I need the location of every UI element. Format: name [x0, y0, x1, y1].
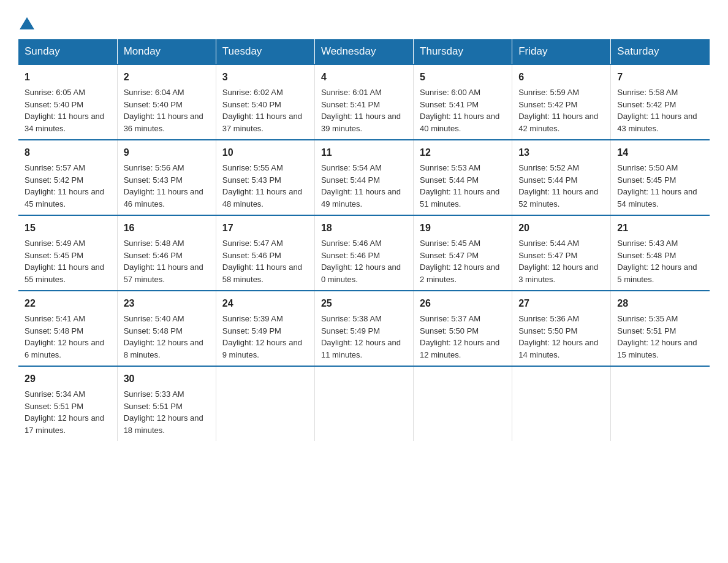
sunset-info: Sunset: 5:51 PM — [25, 400, 111, 413]
sunset-info: Sunset: 5:51 PM — [617, 325, 703, 337]
sunrise-info: Sunrise: 5:57 AM — [25, 162, 111, 174]
sunrise-info: Sunrise: 5:38 AM — [321, 313, 407, 325]
day-number: 2 — [124, 70, 210, 85]
calendar-cell: 19 Sunrise: 5:45 AM Sunset: 5:47 PM Dayl… — [414, 215, 512, 291]
sunset-info: Sunset: 5:42 PM — [25, 174, 111, 186]
sunrise-info: Sunrise: 5:58 AM — [617, 86, 703, 99]
daylight-info: Daylight: 12 hours and 6 minutes. — [25, 337, 111, 361]
daylight-info: Daylight: 12 hours and 8 minutes. — [124, 337, 210, 361]
day-number: 16 — [124, 221, 210, 236]
daylight-info: Daylight: 11 hours and 42 minutes. — [518, 110, 604, 134]
sunset-info: Sunset: 5:43 PM — [124, 174, 210, 186]
sunrise-info: Sunrise: 6:04 AM — [124, 86, 210, 99]
sunrise-info: Sunrise: 5:41 AM — [25, 313, 111, 325]
calendar-cell: 2 Sunrise: 6:04 AM Sunset: 5:40 PM Dayli… — [117, 64, 216, 140]
day-number: 28 — [617, 296, 703, 311]
weekday-header-row: SundayMondayTuesdayWednesdayThursdayFrid… — [18, 39, 710, 64]
day-number: 24 — [222, 296, 308, 311]
daylight-info: Daylight: 11 hours and 48 minutes. — [222, 186, 308, 210]
calendar-cell — [611, 366, 710, 441]
calendar-cell: 21 Sunrise: 5:43 AM Sunset: 5:48 PM Dayl… — [611, 215, 710, 291]
day-number: 14 — [617, 145, 703, 160]
calendar-week-row: 15 Sunrise: 5:49 AM Sunset: 5:45 PM Dayl… — [18, 215, 710, 291]
sunrise-info: Sunrise: 5:40 AM — [124, 313, 210, 325]
calendar-cell: 5 Sunrise: 6:00 AM Sunset: 5:41 PM Dayli… — [414, 64, 512, 140]
calendar-cell: 11 Sunrise: 5:54 AM Sunset: 5:44 PM Dayl… — [314, 140, 413, 215]
daylight-info: Daylight: 11 hours and 52 minutes. — [518, 186, 604, 210]
calendar-cell: 10 Sunrise: 5:55 AM Sunset: 5:43 PM Dayl… — [216, 140, 314, 215]
daylight-info: Daylight: 12 hours and 0 minutes. — [321, 261, 407, 285]
day-number: 11 — [321, 145, 407, 160]
day-number: 29 — [25, 372, 111, 386]
daylight-info: Daylight: 11 hours and 57 minutes. — [124, 261, 210, 285]
calendar-cell: 12 Sunrise: 5:53 AM Sunset: 5:44 PM Dayl… — [414, 140, 512, 215]
calendar-table: SundayMondayTuesdayWednesdayThursdayFrid… — [18, 39, 710, 441]
weekday-header-tuesday: Tuesday — [216, 39, 314, 64]
sunset-info: Sunset: 5:46 PM — [321, 250, 407, 262]
sunset-info: Sunset: 5:44 PM — [420, 174, 506, 186]
day-number: 6 — [518, 70, 604, 85]
daylight-info: Daylight: 11 hours and 37 minutes. — [222, 110, 308, 134]
sunrise-info: Sunrise: 5:35 AM — [617, 313, 703, 325]
calendar-week-row: 22 Sunrise: 5:41 AM Sunset: 5:48 PM Dayl… — [18, 291, 710, 366]
sunset-info: Sunset: 5:50 PM — [518, 325, 604, 337]
sunrise-info: Sunrise: 5:50 AM — [617, 162, 703, 174]
weekday-header-wednesday: Wednesday — [314, 39, 413, 64]
calendar-cell: 13 Sunrise: 5:52 AM Sunset: 5:44 PM Dayl… — [512, 140, 611, 215]
sunset-info: Sunset: 5:40 PM — [222, 99, 308, 111]
calendar-cell — [512, 366, 611, 441]
calendar-cell: 26 Sunrise: 5:37 AM Sunset: 5:50 PM Dayl… — [414, 291, 512, 366]
calendar-cell: 28 Sunrise: 5:35 AM Sunset: 5:51 PM Dayl… — [611, 291, 710, 366]
day-number: 10 — [222, 145, 308, 160]
daylight-info: Daylight: 12 hours and 12 minutes. — [420, 337, 506, 361]
calendar-week-row: 1 Sunrise: 6:05 AM Sunset: 5:40 PM Dayli… — [18, 64, 710, 140]
daylight-info: Daylight: 11 hours and 54 minutes. — [617, 186, 703, 210]
calendar-cell: 14 Sunrise: 5:50 AM Sunset: 5:45 PM Dayl… — [611, 140, 710, 215]
sunset-info: Sunset: 5:40 PM — [124, 99, 210, 111]
calendar-week-row: 29 Sunrise: 5:34 AM Sunset: 5:51 PM Dayl… — [18, 366, 710, 441]
daylight-info: Daylight: 11 hours and 55 minutes. — [25, 261, 111, 285]
daylight-info: Daylight: 11 hours and 49 minutes. — [321, 186, 407, 210]
calendar-cell: 20 Sunrise: 5:44 AM Sunset: 5:47 PM Dayl… — [512, 215, 611, 291]
calendar-cell: 27 Sunrise: 5:36 AM Sunset: 5:50 PM Dayl… — [512, 291, 611, 366]
sunrise-info: Sunrise: 5:59 AM — [518, 86, 604, 99]
calendar-cell: 1 Sunrise: 6:05 AM Sunset: 5:40 PM Dayli… — [18, 64, 117, 140]
sunset-info: Sunset: 5:41 PM — [321, 99, 407, 111]
sunrise-info: Sunrise: 5:52 AM — [518, 162, 604, 174]
sunrise-info: Sunrise: 5:37 AM — [420, 313, 506, 325]
weekday-header-saturday: Saturday — [611, 39, 710, 64]
sunrise-info: Sunrise: 5:48 AM — [124, 237, 210, 250]
logo-triangle-icon — [20, 17, 34, 29]
daylight-info: Daylight: 11 hours and 40 minutes. — [420, 110, 506, 134]
daylight-info: Daylight: 12 hours and 3 minutes. — [518, 261, 604, 285]
calendar-cell: 6 Sunrise: 5:59 AM Sunset: 5:42 PM Dayli… — [512, 64, 611, 140]
sunset-info: Sunset: 5:46 PM — [222, 250, 308, 262]
calendar-cell: 16 Sunrise: 5:48 AM Sunset: 5:46 PM Dayl… — [117, 215, 216, 291]
calendar-cell: 17 Sunrise: 5:47 AM Sunset: 5:46 PM Dayl… — [216, 215, 314, 291]
daylight-info: Daylight: 11 hours and 46 minutes. — [124, 186, 210, 210]
sunrise-info: Sunrise: 6:00 AM — [420, 86, 506, 99]
daylight-info: Daylight: 12 hours and 2 minutes. — [420, 261, 506, 285]
day-number: 26 — [420, 296, 506, 311]
day-number: 18 — [321, 221, 407, 236]
daylight-info: Daylight: 11 hours and 58 minutes. — [222, 261, 308, 285]
page-header — [18, 12, 710, 29]
sunrise-info: Sunrise: 5:53 AM — [420, 162, 506, 174]
sunset-info: Sunset: 5:51 PM — [124, 400, 210, 413]
sunset-info: Sunset: 5:48 PM — [124, 325, 210, 337]
sunset-info: Sunset: 5:44 PM — [321, 174, 407, 186]
logo — [18, 12, 36, 29]
day-number: 17 — [222, 221, 308, 236]
sunrise-info: Sunrise: 5:49 AM — [25, 237, 111, 250]
calendar-cell — [216, 366, 314, 441]
sunrise-info: Sunrise: 6:01 AM — [321, 86, 407, 99]
daylight-info: Daylight: 12 hours and 18 minutes. — [124, 412, 210, 436]
calendar-cell: 25 Sunrise: 5:38 AM Sunset: 5:49 PM Dayl… — [314, 291, 413, 366]
sunset-info: Sunset: 5:47 PM — [518, 250, 604, 262]
calendar-cell: 22 Sunrise: 5:41 AM Sunset: 5:48 PM Dayl… — [18, 291, 117, 366]
calendar-cell: 9 Sunrise: 5:56 AM Sunset: 5:43 PM Dayli… — [117, 140, 216, 215]
day-number: 8 — [25, 145, 111, 160]
calendar-cell: 15 Sunrise: 5:49 AM Sunset: 5:45 PM Dayl… — [18, 215, 117, 291]
sunrise-info: Sunrise: 5:36 AM — [518, 313, 604, 325]
sunset-info: Sunset: 5:42 PM — [617, 99, 703, 111]
